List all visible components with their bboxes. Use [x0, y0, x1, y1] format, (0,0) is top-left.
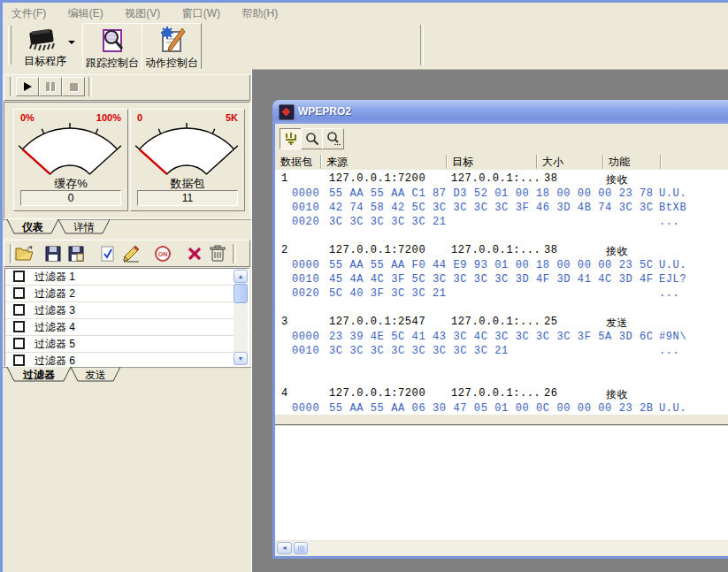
magnifier-icon [305, 132, 319, 146]
menu-edit[interactable]: 编辑(E) [59, 3, 112, 21]
hex-row: 0010 42 74 58 42 5C 3C 3C 3C 3C 3F 46 3D… [275, 202, 728, 216]
packet-function: 发送 [606, 316, 628, 331]
tab-meters-label[interactable]: 仪表 [21, 221, 43, 233]
filter-row-1[interactable]: 过滤器 1 [5, 269, 249, 286]
meters-panel: 0% 100% 缓存% 0 0 5K [4, 102, 250, 219]
svg-text:ON: ON [158, 251, 168, 257]
filter-3-checkbox[interactable] [13, 304, 25, 316]
view-socket-button[interactable] [280, 128, 302, 149]
open-filter-button[interactable] [13, 243, 36, 264]
filter-2-checkbox[interactable] [13, 287, 25, 299]
delete-filter-button[interactable] [183, 243, 206, 264]
filter-row-5[interactable]: 过滤器 5 [5, 336, 249, 353]
tab-details-label[interactable]: 详情 [73, 221, 95, 233]
menu-window[interactable]: 窗口(W) [173, 3, 229, 21]
filter-list: 过滤器 1 过滤器 2 过滤器 3 过滤器 4 过滤器 5 过滤器 6 ▲ ▼ [4, 268, 249, 367]
trace-console-button[interactable]: 跟踪控制台 [82, 23, 142, 71]
apply-filter-button[interactable] [96, 243, 119, 264]
packet-source: 127.0.0.1:2547 [329, 316, 425, 328]
filter-toolbar-separator-2 [233, 244, 236, 263]
filter-1-checkbox[interactable] [13, 271, 25, 282]
trace-window-icon[interactable] [279, 104, 295, 120]
hex-offset: 0000 [292, 331, 319, 343]
toolbar-separator [420, 25, 424, 65]
save-filter-button[interactable] [42, 243, 65, 264]
horizontal-scrollbar[interactable]: ◄ [275, 541, 728, 555]
trace-window-title: WPEPRO2 [298, 105, 351, 118]
save-as-icon [68, 246, 84, 262]
scroll-down-button[interactable]: ▼ [234, 352, 248, 365]
filter-6-checkbox[interactable] [13, 355, 25, 366]
column-header-source[interactable]: 来源 [321, 155, 447, 169]
pause-capture-button[interactable] [39, 77, 62, 96]
save-as-filter-button[interactable] [65, 243, 88, 264]
packet-id: 3 [281, 316, 288, 328]
hex-row: 0000 55 AA 55 AA 06 30 47 05 01 00 0C 00… [275, 402, 728, 415]
search-button[interactable] [301, 128, 323, 149]
trace-window-titlebar[interactable]: WPEPRO2 [272, 100, 728, 124]
filter-list-scrollbar[interactable]: ▲ ▼ [234, 270, 248, 365]
tab-filters-label[interactable]: 过滤器 [22, 369, 55, 381]
packet-source: 127.0.0.1:7200 [329, 387, 425, 400]
action-console-button[interactable]: 动作控制台 [142, 23, 202, 71]
hex-ascii: #9N\ [659, 331, 691, 343]
hex-bytes: 42 74 58 42 5C 3C 3C 3C 3C 3F 46 3D 4B 7… [329, 202, 654, 214]
transport-separator-right [88, 77, 92, 96]
menu-file[interactable]: 文件(F) [3, 3, 55, 21]
filter-4-label: 过滤器 4 [34, 319, 75, 335]
filter-row-3[interactable]: 过滤器 3 [5, 302, 249, 319]
menu-help[interactable]: 帮助(H) [233, 3, 287, 21]
packet-target: 127.0.0.1:... [451, 316, 540, 328]
packet-target: 127.0.0.1:... [451, 244, 540, 256]
trash-icon [210, 245, 226, 263]
search-options-button[interactable] [322, 128, 344, 149]
transport-separator-left [10, 77, 13, 96]
hex-bytes: 3C 3C 3C 3C 3C 21 [329, 216, 447, 228]
column-header-packet[interactable]: 数据包 [275, 155, 321, 169]
tab-send-label[interactable]: 发送 [85, 369, 106, 381]
hex-row: 0010 3C 3C 3C 3C 3C 3C 3C 3C 21 ... [275, 345, 728, 359]
column-header-function[interactable]: 功能 [603, 155, 661, 169]
packet-function: 接收 [606, 244, 628, 259]
left-dock-panel: 0% 100% 缓存% 0 0 5K [3, 69, 252, 572]
filter-row-4[interactable]: 过滤器 4 [5, 319, 249, 336]
filter-on-button[interactable]: ON [151, 243, 174, 264]
packet-list-header: 数据包 来源 目标 大小 功能 [275, 155, 728, 171]
hex-ascii: ... [659, 216, 691, 228]
hex-offset: 0010 [292, 202, 319, 214]
hex-bytes: 3C 3C 3C 3C 3C 3C 3C 3C 21 [329, 345, 509, 357]
hscroll-thumb[interactable] [294, 542, 308, 554]
scroll-left-button[interactable]: ◄ [277, 542, 292, 554]
hex-offset: 0000 [292, 187, 319, 200]
chip-icon [24, 26, 61, 52]
hex-ascii: U.U. [659, 402, 691, 415]
trace-window-client: 数据包 来源 目标 大小 功能 1 127.0.0.1:7200 127.0.0… [275, 124, 728, 556]
open-folder-icon [15, 246, 34, 262]
scroll-up-button[interactable]: ▲ [234, 270, 248, 283]
packet-source: 127.0.0.1:7200 [329, 244, 425, 256]
column-header-target[interactable]: 目标 [447, 155, 537, 169]
hex-ascii: U.U. [659, 187, 691, 200]
stop-capture-button[interactable] [62, 77, 85, 96]
buffer-gauge: 0% 100% 缓存% 0 [13, 109, 128, 211]
play-capture-button[interactable] [16, 77, 39, 96]
filter-3-label: 过滤器 3 [34, 302, 75, 318]
hex-bytes: 55 AA 55 AA C1 87 D3 52 01 00 18 00 00 0… [329, 187, 654, 200]
packet-size: 26 [544, 387, 558, 400]
target-dropdown-arrow[interactable] [68, 41, 75, 44]
filter-4-checkbox[interactable] [13, 321, 25, 332]
filter-5-checkbox[interactable] [13, 338, 25, 349]
packets-gauge-value: 11 [137, 190, 238, 206]
main-toolbar: 目标程序 跟踪控制台 动作控制台 [3, 22, 728, 70]
hex-offset: 0010 [292, 273, 319, 286]
hex-offset: 0020 [292, 287, 319, 300]
clear-filters-button[interactable] [206, 243, 229, 264]
target-program-button[interactable]: 目标程序 [13, 22, 77, 68]
edit-filter-button[interactable] [119, 243, 142, 264]
column-header-size[interactable]: 大小 [537, 155, 603, 169]
scroll-thumb[interactable] [234, 284, 248, 303]
menu-view[interactable]: 视图(V) [116, 3, 169, 21]
packet-target: 127.0.0.1:... [451, 172, 540, 185]
packet-function: 接收 [606, 172, 628, 187]
filter-row-2[interactable]: 过滤器 2 [5, 286, 249, 302]
